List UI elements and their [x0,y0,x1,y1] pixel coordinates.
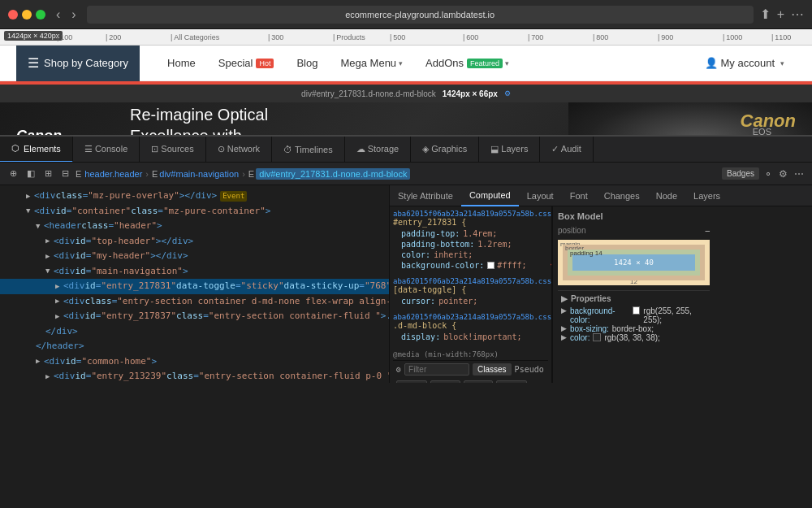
responsive-button[interactable]: ⊞ [41,167,55,180]
filter-input[interactable] [404,363,469,376]
style-file-link-1[interactable]: aba62015f06ab23a214a819a0557a58b.css:3:2… [393,210,548,218]
pseudo-focus[interactable]: :focus [464,380,493,383]
padding-label: padding 14 [570,250,603,257]
prop-row-bgcolor: ▶ background-color: rgb(255, 255, 255); [561,306,706,324]
pseudo-active[interactable]: :active [396,380,427,383]
style-prop: color: inherit; [393,250,548,260]
share-button[interactable]: ⬆ [760,7,771,22]
more-options-button[interactable]: ⋯ [793,167,806,181]
style-rule-entry217831: aba62015f06ab23a214a819a0557a58b.css:3:2… [393,210,548,271]
breadcrumb: E header.header › E div#main-navigation … [76,168,719,180]
tab-elements[interactable]: ⬡ Elements [0,137,73,163]
tab-timelines[interactable]: ⏱ Timelines [272,137,345,163]
html-line: ▶ <div class="entry-section container d-… [0,294,389,310]
nav-addons[interactable]: AddOns Featured ▾ [414,46,520,81]
maximize-traffic-light[interactable] [36,10,45,20]
nav-home[interactable]: Home [156,46,207,81]
nav-mega-menu[interactable]: Mega Menu ▾ [329,46,414,81]
style-selector-1: #entry_217831 { [393,218,548,227]
traffic-lights [8,10,45,20]
style-file-link-2[interactable]: aba62015f06ab23a214a819a0557a58b.css:2:8… [393,277,548,285]
style-prop: cursor: pointer; [393,296,548,306]
badges-button[interactable]: Badges [722,167,759,180]
account-icon: 👤 [705,57,718,69]
tab-node[interactable]: Node [648,185,685,206]
nav-items: Home Special Hot Blog Mega Menu ▾ AddOns… [156,46,693,81]
style-panel-tabs: Style Attribute Computed Layout Font Cha… [390,185,812,206]
box-model-visual: margin 12 border padding 14 1424 × 40 [558,240,710,285]
color-pick-button[interactable]: ⊟ [58,167,72,180]
device-mode-button[interactable]: ◧ [24,167,38,180]
inspect-element-button[interactable]: ⊕ [6,167,20,180]
close-traffic-light[interactable] [8,10,18,20]
forward-button[interactable]: › [67,6,80,24]
address-bar[interactable] [87,6,754,24]
nav-account[interactable]: 👤 My account ▾ [693,57,796,69]
hero-area: Canon Re-imagine Optical Excellence with… [0,102,812,135]
tooltip-size: 1424px × 66px [443,89,498,98]
style-file-link-3[interactable]: aba62015f06ab23a214a819a0557a58b.css:1:1… [393,313,548,321]
tab-audit[interactable]: ✓ Audit [540,137,594,163]
back-button[interactable]: ‹ [52,6,64,24]
devtools-toolbar: ⊕ ◧ ⊞ ⊟ E header.header › E div#main-nav… [0,163,812,185]
content-size: 1424 × 40 [614,258,654,267]
html-line: ▼ <div id="container" class="mz-pure-con… [0,204,389,219]
styles-list[interactable]: aba62015f06ab23a214a819a0557a58b.css:3:2… [390,206,552,383]
account-chevron: ▾ [780,59,784,67]
shop-category-label: Shop by Category [44,57,128,69]
tab-network[interactable]: ⊙ Network [206,137,272,163]
hot-badge: Hot [256,59,274,68]
tab-layers-style[interactable]: Layers [685,185,728,206]
tab-sources[interactable]: ⊡ Sources [140,137,205,163]
html-line: </div> [0,324,389,340]
breadcrumb-entry-highlight[interactable]: div#entry_217831.d-none.d-md-block [256,168,410,180]
nav-blog[interactable]: Blog [285,46,329,81]
prop-swatch-white [633,306,640,315]
box-model-position-row: position – [558,226,710,235]
breadcrumb-e2: E [152,169,158,179]
pseudo-target[interactable]: :target [496,380,527,383]
html-line: ▶ <div id="entry_217837" class="entry-se… [0,309,389,324]
tab-font[interactable]: Font [562,185,596,206]
style-rule-data-toggle: aba62015f06ab23a214a819a0557a58b.css:2:8… [393,277,548,306]
pseudo-hover[interactable]: :hover [430,380,460,383]
style-prop: padding-bottom: 1.2rem; [393,239,548,250]
style-rule-d-md-block: aba62015f06ab23a214a819a0557a58b.css:1:1… [393,313,548,342]
tab-computed[interactable]: Computed [461,185,519,206]
classes-button[interactable]: Classes [473,363,512,376]
tab-graphics[interactable]: ◈ Graphics [411,137,479,163]
prop-expand-icon: ▶ [561,294,568,303]
box-model-panel: Box Model position – margin 12 border [552,206,715,383]
filter-row: ⚙ Classes Pseudo [393,360,548,378]
minimize-traffic-light[interactable] [22,10,32,20]
breadcrumb-item-e: E [76,169,81,179]
filter-styles-button[interactable]: ⚬ [762,167,774,181]
bm-border-area: border padding 14 1424 × 40 [563,245,705,280]
prop-row-color: ▶ color: rgb(38, 38, 38); [561,333,706,342]
bm-padding-area: padding 14 1424 × 40 [568,250,700,276]
breadcrumb-main-nav[interactable]: div#main-navigation [159,169,239,179]
more-button[interactable]: ⋯ [791,7,804,22]
nav-special[interactable]: Special Hot [207,46,286,81]
html-line: ▶ <div id="my-header"></div> [0,249,389,264]
tab-console[interactable]: ☰ Console [73,137,140,163]
ruler-bar: 1424px × 420px 100 200 All Categories 30… [0,29,812,46]
html-line: ▶ <div id="common-home"> [0,354,389,370]
html-panel[interactable]: ▶ <div class="mz-pure-overlay"></div> Ev… [0,185,390,383]
breadcrumb-header[interactable]: header.header [84,169,142,179]
website-area: 1424px × 420px 100 200 All Categories 30… [0,29,812,135]
tab-changes[interactable]: Changes [596,185,648,206]
tab-layers[interactable]: ⬓ Layers [479,137,540,163]
tab-style-attribute[interactable]: Style Attribute [390,185,461,206]
new-tab-button[interactable]: + [777,7,784,22]
settings-button[interactable]: ⚙ [777,167,789,181]
tab-layout[interactable]: Layout [519,185,562,206]
html-line: ▼ <header class="header"> [0,219,389,234]
shop-category-button[interactable]: ☰ Shop by Category [16,46,140,81]
devtools-body: ▶ <div class="mz-pure-overlay"></div> Ev… [0,185,812,383]
style-selector-2: [data-toggle] { [393,285,548,294]
html-line: ▶ <div id="entry_213239" class="entry-se… [0,369,389,383]
media-query-note: @media (min-width:768px) [393,349,548,360]
elements-tab-icon: ⬡ [11,143,19,154]
tab-storage[interactable]: ☁ Storage [345,137,412,163]
